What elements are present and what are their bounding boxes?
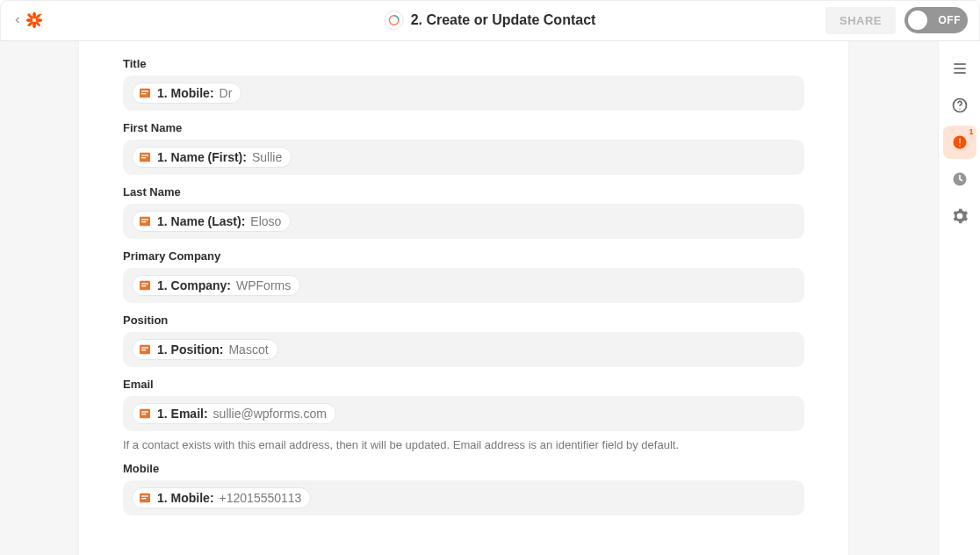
svg-rect-3	[26, 19, 32, 22]
zapier-logo-icon	[25, 11, 44, 30]
svg-rect-6	[28, 21, 33, 26]
outline-button[interactable]	[943, 52, 976, 85]
field-label: Position	[123, 314, 804, 327]
back-button[interactable]	[12, 11, 44, 30]
field-label: Primary Company	[123, 249, 804, 263]
svg-rect-15	[141, 157, 146, 158]
mapped-value-pill[interactable]: 1. Name (First): Sullie	[132, 147, 292, 168]
svg-point-35	[959, 109, 960, 110]
toggle-knob-icon	[908, 11, 927, 30]
pill-key: 1. Name (First):	[157, 150, 247, 164]
field-label: Email	[123, 378, 804, 391]
pill-value: Sullie	[252, 150, 282, 164]
svg-rect-17	[141, 219, 148, 220]
toggle-label: OFF	[939, 14, 962, 26]
share-button[interactable]: SHARE	[825, 7, 896, 34]
svg-rect-20	[141, 283, 148, 284]
field-position: Position 1. Position: Mascot	[123, 314, 804, 367]
svg-rect-4	[37, 19, 42, 22]
fields-container: Title 1. Mobile: Dr First Name 1. Name (…	[79, 41, 848, 515]
field-input-last-name[interactable]: 1. Name (Last): Eloso	[123, 204, 804, 239]
field-first-name: First Name 1. Name (First): Sullie	[123, 121, 804, 175]
alert-icon	[951, 133, 969, 151]
field-input-primary-company[interactable]: 1. Company: WPForms	[123, 268, 804, 303]
alert-count-badge: 1	[969, 128, 973, 136]
mapped-value-pill[interactable]: 1. Company: WPForms	[132, 275, 300, 296]
clock-icon	[951, 170, 969, 188]
field-input-email[interactable]: 1. Email: sullie@wpforms.com	[123, 396, 804, 431]
svg-rect-14	[141, 155, 148, 155]
top-header: 2. Create or Update Contact SHARE OFF	[0, 0, 980, 41]
field-label: Last Name	[123, 185, 804, 198]
help-icon	[951, 97, 969, 114]
wpforms-icon	[138, 342, 152, 357]
chevron-left-icon	[12, 15, 23, 25]
svg-rect-2	[33, 23, 36, 28]
editor-card: Title 1. Mobile: Dr First Name 1. Name (…	[79, 41, 848, 555]
pill-value: Mascot	[228, 342, 268, 357]
svg-rect-23	[141, 347, 148, 348]
svg-rect-30	[141, 498, 146, 499]
header-title-container: 2. Create or Update Contact	[385, 11, 596, 30]
pill-value: Eloso	[250, 214, 281, 228]
pill-key: 1. Mobile:	[157, 491, 214, 505]
field-input-mobile[interactable]: 1. Mobile: +12015550113	[123, 480, 804, 515]
right-sidebar: 1	[938, 41, 980, 555]
app-icon	[385, 11, 404, 30]
field-last-name: Last Name 1. Name (Last): Eloso	[123, 185, 804, 239]
wpforms-icon	[138, 491, 152, 505]
svg-rect-5	[35, 14, 40, 19]
mapped-value-pill[interactable]: 1. Position: Mascot	[132, 339, 278, 360]
pill-value: Dr	[220, 86, 233, 100]
gear-icon	[951, 207, 969, 225]
field-input-position[interactable]: 1. Position: Mascot	[123, 332, 804, 367]
svg-rect-1	[33, 12, 36, 18]
field-label: Title	[123, 57, 804, 70]
svg-rect-26	[141, 411, 148, 412]
svg-rect-24	[141, 350, 146, 350]
field-email: Email 1. Email: sullie@wpforms.com If a …	[123, 378, 804, 451]
wpforms-icon	[138, 407, 152, 421]
svg-rect-29	[141, 495, 148, 496]
pill-key: 1. Company:	[157, 278, 231, 292]
list-icon	[951, 60, 969, 77]
alerts-button[interactable]: 1	[943, 126, 976, 159]
helper-text: If a contact exists with this email addr…	[123, 438, 804, 451]
pill-key: 1. Email:	[157, 407, 208, 421]
field-input-first-name[interactable]: 1. Name (First): Sullie	[123, 140, 804, 175]
wpforms-icon	[138, 86, 152, 100]
header-actions: SHARE OFF	[825, 7, 968, 34]
mapped-value-pill[interactable]: 1. Name (Last): Eloso	[132, 211, 291, 232]
svg-rect-11	[141, 90, 148, 91]
svg-rect-27	[141, 414, 146, 414]
settings-button[interactable]	[943, 199, 976, 233]
field-mobile: Mobile 1. Mobile: +12015550113	[123, 462, 804, 515]
field-input-title[interactable]: 1. Mobile: Dr	[123, 76, 804, 111]
pill-value: WPForms	[236, 278, 291, 292]
history-button[interactable]	[943, 162, 976, 196]
svg-rect-37	[959, 138, 961, 143]
pill-key: 1. Position:	[157, 342, 223, 357]
wpforms-icon	[138, 214, 152, 228]
pill-key: 1. Mobile:	[157, 86, 214, 100]
mapped-value-pill[interactable]: 1. Email: sullie@wpforms.com	[132, 403, 336, 424]
svg-rect-18	[141, 221, 146, 222]
svg-rect-21	[141, 285, 146, 286]
wpforms-icon	[138, 278, 152, 292]
wpforms-icon	[138, 150, 152, 164]
svg-point-38	[959, 145, 961, 147]
field-label: First Name	[123, 121, 804, 134]
svg-rect-7	[28, 14, 33, 19]
pill-value: +12015550113	[220, 491, 302, 505]
field-primary-company: Primary Company 1. Company: WPForms	[123, 249, 804, 303]
svg-rect-8	[35, 21, 40, 26]
mapped-value-pill[interactable]: 1. Mobile: Dr	[132, 83, 241, 104]
page-title: 2. Create or Update Contact	[411, 12, 596, 28]
field-title: Title 1. Mobile: Dr	[123, 57, 804, 111]
help-button[interactable]	[943, 89, 976, 122]
body-area: Title 1. Mobile: Dr First Name 1. Name (…	[0, 41, 980, 555]
mapped-value-pill[interactable]: 1. Mobile: +12015550113	[132, 487, 311, 508]
publish-toggle[interactable]: OFF	[904, 7, 968, 33]
pill-value: sullie@wpforms.com	[213, 407, 327, 421]
field-label: Mobile	[123, 462, 804, 475]
